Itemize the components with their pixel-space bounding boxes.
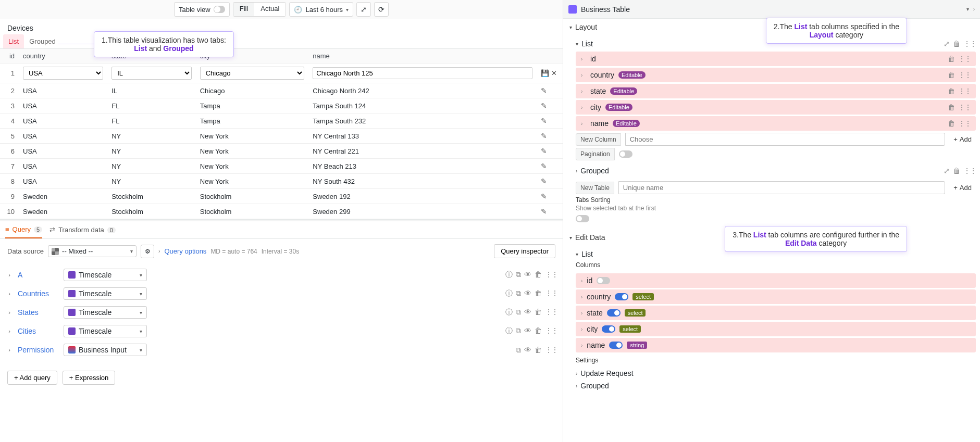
- drag-icon[interactable]: ⋮⋮: [958, 87, 971, 95]
- edit-icon[interactable]: ✎: [541, 86, 547, 95]
- col-toggle[interactable]: [597, 277, 610, 284]
- trash-icon[interactable]: 🗑: [948, 103, 955, 111]
- drag-icon[interactable]: ⋮⋮: [958, 55, 971, 63]
- col-toggle[interactable]: [615, 293, 628, 300]
- delete-icon[interactable]: 🗑: [953, 40, 960, 48]
- trash-icon[interactable]: 🗑: [948, 119, 955, 128]
- copy-icon[interactable]: ⧉: [516, 346, 521, 355]
- editdata-column-row[interactable]: › name string: [576, 338, 976, 352]
- expand-icon[interactable]: ⤢: [944, 40, 950, 48]
- col-toggle[interactable]: [602, 325, 615, 333]
- query-ds-select[interactable]: Business Input▾: [64, 344, 147, 356]
- trash-icon[interactable]: 🗑: [535, 308, 542, 317]
- ds-select[interactable]: -- Mixed -- ▾: [48, 245, 137, 257]
- query-name[interactable]: Countries: [18, 289, 59, 298]
- newcol-input[interactable]: [625, 133, 946, 146]
- chevron-right-icon[interactable]: ›: [973, 6, 975, 12]
- col-name[interactable]: name: [308, 49, 537, 64]
- chevron-down-icon[interactable]: ▾: [966, 6, 969, 12]
- zoom-out-button[interactable]: ⤢: [356, 2, 371, 17]
- layout-column-row[interactable]: › country Editable 🗑 ⋮⋮: [576, 68, 976, 82]
- drag-icon[interactable]: ⋮⋮: [545, 346, 557, 355]
- copy-icon[interactable]: ⧉: [516, 326, 521, 336]
- query-name[interactable]: Permission: [18, 346, 59, 354]
- editdata-column-row[interactable]: › city select: [576, 322, 976, 336]
- eye-icon[interactable]: 👁: [524, 270, 531, 280]
- edit-icon[interactable]: ✎: [541, 102, 547, 110]
- chevron-right-icon[interactable]: ›: [5, 291, 14, 297]
- trash-icon[interactable]: 🗑: [535, 346, 542, 355]
- add-table-button[interactable]: + Add: [949, 182, 976, 194]
- cancel-icon[interactable]: ✕: [551, 69, 557, 77]
- drag-icon[interactable]: ⋮⋮: [545, 326, 557, 336]
- add-query-button[interactable]: + Add query: [7, 371, 57, 385]
- edit-icon[interactable]: ✎: [541, 177, 547, 185]
- update-request-row[interactable]: › Update Request: [576, 367, 976, 380]
- pagination-toggle[interactable]: [619, 150, 632, 158]
- query-ds-select[interactable]: Timescale▾: [64, 269, 147, 281]
- ds-settings-button[interactable]: ⚙: [141, 245, 154, 258]
- layout-column-row[interactable]: › city Editable 🗑 ⋮⋮: [576, 100, 976, 115]
- save-icon[interactable]: 💾: [541, 69, 549, 77]
- add-column-button[interactable]: + Add: [949, 133, 976, 145]
- refresh-button[interactable]: ⟳: [374, 2, 389, 17]
- edit-icon[interactable]: ✎: [541, 147, 547, 155]
- query-ds-select[interactable]: Timescale▾: [64, 287, 147, 300]
- edit-icon[interactable]: ✎: [541, 162, 547, 170]
- edit-icon[interactable]: ✎: [541, 192, 547, 200]
- edit-icon[interactable]: ✎: [541, 207, 547, 216]
- copy-icon[interactable]: ⧉: [516, 308, 521, 317]
- tab-grouped[interactable]: Grouped: [24, 34, 61, 48]
- actual-button[interactable]: Actual: [254, 3, 286, 16]
- fill-button[interactable]: Fill: [233, 3, 255, 16]
- chevron-right-icon[interactable]: ›: [5, 347, 14, 353]
- state-select[interactable]: IL: [111, 67, 192, 80]
- drag-icon[interactable]: ⋮⋮: [958, 103, 971, 111]
- editdata-grouped-row[interactable]: › Grouped: [576, 380, 976, 392]
- eye-icon[interactable]: 👁: [524, 308, 531, 317]
- drag-icon[interactable]: ⋮⋮: [963, 40, 976, 48]
- trash-icon[interactable]: 🗑: [948, 87, 955, 95]
- add-expression-button[interactable]: + Expression: [63, 371, 116, 385]
- col-toggle[interactable]: [607, 309, 621, 317]
- chevron-right-icon[interactable]: ›: [5, 328, 14, 334]
- drag-icon[interactable]: ⋮⋮: [963, 167, 976, 175]
- tab-transform[interactable]: ⇄ Transform data 0: [49, 221, 116, 238]
- layout-column-row[interactable]: › name Editable 🗑 ⋮⋮: [576, 116, 976, 131]
- layout-column-row[interactable]: › id 🗑 ⋮⋮: [576, 52, 976, 66]
- copy-icon[interactable]: ⧉: [516, 289, 521, 298]
- editdata-column-row[interactable]: › id: [576, 273, 976, 288]
- query-inspector-button[interactable]: Query inspector: [494, 244, 555, 258]
- trash-icon[interactable]: 🗑: [948, 71, 955, 79]
- query-name[interactable]: Cities: [18, 327, 59, 335]
- chevron-right-icon[interactable]: ›: [5, 309, 14, 315]
- tab-query[interactable]: ≡ Query 5: [5, 221, 42, 238]
- info-icon[interactable]: ⓘ: [505, 326, 513, 336]
- mode-toggle[interactable]: Table view: [174, 2, 230, 17]
- delete-icon[interactable]: 🗑: [953, 167, 960, 175]
- edit-icon[interactable]: ✎: [541, 117, 547, 125]
- editdata-column-row[interactable]: › country select: [576, 289, 976, 304]
- drag-icon[interactable]: ⋮⋮: [545, 289, 557, 298]
- country-select[interactable]: USA: [23, 67, 103, 80]
- city-select[interactable]: Chicago: [200, 67, 305, 80]
- trash-icon[interactable]: 🗑: [535, 289, 542, 298]
- eye-icon[interactable]: 👁: [524, 289, 531, 298]
- edit-icon[interactable]: ✎: [541, 132, 547, 140]
- editdata-column-row[interactable]: › state select: [576, 306, 976, 320]
- drag-icon[interactable]: ⋮⋮: [545, 308, 557, 317]
- trash-icon[interactable]: 🗑: [535, 326, 542, 336]
- chevron-right-icon[interactable]: ›: [5, 272, 14, 278]
- newtable-input[interactable]: [618, 181, 945, 194]
- copy-icon[interactable]: ⧉: [516, 270, 521, 280]
- col-toggle[interactable]: [609, 342, 623, 349]
- info-icon[interactable]: ⓘ: [505, 289, 513, 298]
- col-id[interactable]: id: [0, 49, 19, 64]
- eye-icon[interactable]: 👁: [524, 326, 531, 336]
- tab-list[interactable]: List: [3, 34, 24, 48]
- time-range-picker[interactable]: 🕘 Last 6 hours ▾: [289, 2, 353, 17]
- query-name[interactable]: States: [18, 308, 59, 317]
- query-name[interactable]: A: [18, 271, 59, 279]
- expand-icon[interactable]: ⤢: [944, 167, 950, 175]
- drag-icon[interactable]: ⋮⋮: [958, 71, 971, 79]
